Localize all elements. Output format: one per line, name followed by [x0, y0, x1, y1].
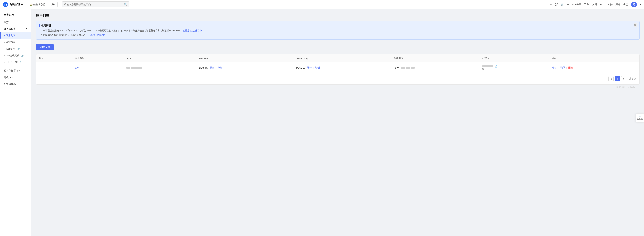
sidebar-item-app-list[interactable]: 应用列表: [0, 32, 31, 39]
main-content: 应用列表 ✕ ℹ 使用说明 您可通过应用的 API Key和 Secret Ke…: [31, 9, 644, 236]
apikey-sep: |: [216, 66, 216, 69]
cart-float-icon: 🛒: [639, 115, 641, 118]
sidebar-label-overview: 概览: [4, 21, 8, 24]
sidebar-label-private-deploy: 私有化部署服务: [4, 69, 21, 72]
external-link-icon: 🔗: [17, 48, 20, 50]
cell-appid: [123, 62, 196, 73]
finance-link[interactable]: 财务: [616, 3, 620, 6]
info-icon: ℹ: [39, 24, 40, 27]
appid-mask-2: [131, 67, 142, 69]
topnav-icons: ⊞ 💬 🛒 🖥 ICP备案 工单 文档 企业 支持 财务 生态 超 ▾: [550, 2, 641, 7]
float-cart-item[interactable]: 🛒 购物车: [637, 115, 643, 121]
next-page-button[interactable]: >: [621, 76, 626, 81]
sidebar-label-techdoc: 技术文档: [6, 47, 16, 51]
console-link[interactable]: 🏠 控制台总览: [30, 3, 46, 6]
appid-mask-1: [126, 67, 130, 69]
sidebar-item-doc-converter[interactable]: 图文转换器: [0, 81, 31, 88]
sidebar-label-monitor: 监控报表: [6, 41, 16, 44]
current-page-button[interactable]: 1: [615, 76, 620, 81]
notice-line-1: 您可通过应用的 API Key和 Secret Key获取Access_toke…: [43, 29, 636, 33]
sidebar-item-api-debug[interactable]: API在线调试 🔗: [0, 52, 31, 59]
dot-icon: [4, 42, 5, 43]
chevron-down-icon: ▾: [54, 3, 56, 6]
creator-icon: 📄: [494, 65, 497, 68]
notice-box: ✕ ℹ 使用说明 您可通过应用的 API Key和 Secret Key获取Ac…: [36, 21, 640, 40]
action-sep-2: |: [566, 66, 567, 69]
sidebar-label-api-debug: API在线调试: [6, 54, 20, 57]
support-link[interactable]: 支持: [608, 3, 612, 6]
scope-selector[interactable]: 全局 ▾: [47, 2, 58, 7]
search-box[interactable]: 🔍: [62, 2, 129, 8]
logo[interactable]: 百度 百度智能云: [3, 2, 23, 7]
ticket-link[interactable]: 工单: [584, 3, 589, 6]
creator-mask-1: [482, 65, 493, 67]
dot-icon: [4, 49, 5, 49]
sidebar-item-private-deploy[interactable]: 私有化部署服务: [0, 67, 31, 74]
create-app-button[interactable]: 创建应用: [36, 44, 54, 50]
avatar-dropdown-icon[interactable]: ▾: [640, 3, 641, 6]
table-header: 序号 应用名称 AppID API Key Secret Key 创建时间 创建…: [36, 54, 639, 62]
docs-link[interactable]: 文档: [592, 3, 597, 6]
search-input[interactable]: [64, 3, 124, 6]
secretkey-expand-link[interactable]: 展开: [307, 66, 312, 69]
total-count: 共 1 条: [629, 77, 636, 80]
col-created: 创建时间: [391, 54, 479, 62]
topnav: 百度 百度智能云 🏠 控制台总览 全局 ▾ 🔍 ⊞ 💬 🛒 🖥 ICP备案 工单…: [0, 0, 644, 9]
svg-text:百度: 百度: [4, 4, 8, 6]
sidebar-section-cloud[interactable]: 公有云服务 ∧: [0, 26, 31, 32]
app-query-link[interactable]: AI应用详情查询>: [88, 33, 105, 36]
message-icon[interactable]: 💬: [555, 3, 558, 6]
ecosystem-link[interactable]: 生态: [623, 3, 628, 6]
nav-divider: [26, 3, 26, 6]
icp-link[interactable]: ICP备案: [572, 3, 581, 6]
action-report-link[interactable]: 报表: [552, 66, 556, 69]
col-name: 应用名称: [72, 54, 124, 62]
cell-name: test: [72, 62, 124, 73]
notice-line-2: 快速搜索AI全部应用详情，可使用自助工具。 AI应用详情查询>: [43, 33, 636, 37]
notice-header: ℹ 使用说明: [39, 24, 636, 27]
secretkey-sep: |: [313, 66, 314, 69]
cell-apikey: BQ3Hg... 展开 | 复制: [196, 62, 293, 73]
col-secretkey: Secret Key: [293, 54, 391, 62]
sidebar-label-app-list: 应用列表: [6, 34, 16, 37]
cell-creator: 📄 Cl: [479, 62, 548, 73]
sidebar-item-offline-sdk[interactable]: 离线SDK: [0, 74, 31, 81]
action-delete-link[interactable]: 删除: [568, 66, 573, 69]
sidebar-item-overview[interactable]: 概览: [0, 19, 31, 26]
notice-close-button[interactable]: ✕: [634, 23, 637, 27]
sidebar-item-monitor[interactable]: 监控报表: [0, 39, 31, 46]
sidebar-item-techdoc[interactable]: 技术文档 🔗: [0, 46, 31, 52]
apikey-expand-link[interactable]: 展开: [210, 66, 214, 69]
time-mask-3: [411, 67, 414, 69]
app-table: 序号 应用名称 AppID API Key Secret Key 创建时间 创建…: [36, 54, 639, 73]
cart-icon[interactable]: 🛒: [561, 3, 564, 6]
col-index: 序号: [36, 54, 72, 62]
cell-index: 1: [36, 62, 72, 73]
screen-icon[interactable]: 🖥: [567, 3, 569, 6]
avatar[interactable]: 超: [631, 2, 637, 7]
auth-link[interactable]: 查看鉴权认证机制>: [182, 29, 202, 32]
secretkey-copy-link[interactable]: 复制: [315, 66, 320, 69]
table-body: 1 test BQ3Hg... 展开: [36, 62, 639, 73]
sidebar-item-http-sdk[interactable]: HTTP SDK 🔗: [0, 59, 31, 65]
app-table-container: 序号 应用名称 AppID API Key Secret Key 创建时间 创建…: [36, 54, 640, 85]
sidebar: 文字识别 概览 公有云服务 ∧ 应用列表 监控报表 技术文档 🔗 API在线调试…: [0, 9, 31, 236]
col-creator: 创建人: [479, 54, 548, 62]
dot-icon: [4, 35, 5, 36]
apikey-copy-link[interactable]: 复制: [218, 66, 222, 69]
time-mask-2: [406, 67, 410, 69]
cell-secretkey: PeADD... 展开 | 复制: [293, 62, 391, 73]
time-mask-1: [401, 67, 405, 69]
col-appid: AppID: [123, 54, 196, 62]
enterprise-link[interactable]: 企业: [600, 3, 605, 6]
table-row: 1 test BQ3Hg... 展开: [36, 62, 639, 73]
cell-created-time: 2024-: [391, 62, 479, 73]
prev-page-button[interactable]: <: [608, 76, 614, 81]
col-apikey: API Key: [196, 54, 293, 62]
action-manage-link[interactable]: 管理: [560, 66, 565, 69]
sidebar-label-offline-sdk: 离线SDK: [4, 76, 14, 79]
layout: 文字识别 概览 公有云服务 ∧ 应用列表 监控报表 技术文档 🔗 API在线调试…: [0, 9, 644, 236]
watermark: CSDN @Cheng_Lucky: [36, 85, 640, 90]
apps-icon[interactable]: ⊞: [550, 3, 552, 6]
app-name-link[interactable]: test: [75, 66, 79, 69]
